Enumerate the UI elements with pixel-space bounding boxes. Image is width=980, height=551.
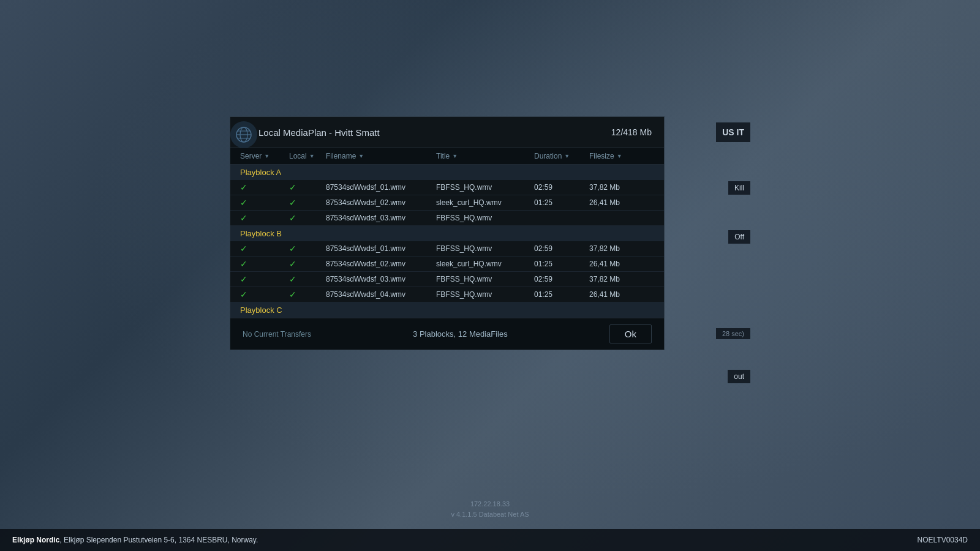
title-cell: FBFSS_HQ.wmv <box>436 214 534 222</box>
dialog-footer: No Current Transfers 3 Plablocks, 12 Med… <box>230 318 664 350</box>
duration-cell: 01:25 <box>534 290 589 299</box>
local-check: ✓ <box>289 274 326 284</box>
duration-cell: 02:59 <box>534 244 589 253</box>
col-filename[interactable]: Filename ▼ <box>326 152 436 160</box>
col-local[interactable]: Local ▼ <box>289 152 326 160</box>
filename-cell: 87534sdWwdsf_03.wmv <box>326 275 436 283</box>
local-check: ✓ <box>289 198 326 208</box>
col-server[interactable]: Server ▼ <box>240 152 289 160</box>
col-duration[interactable]: Duration ▼ <box>534 152 589 160</box>
col-filesize[interactable]: Filesize ▼ <box>589 152 650 160</box>
dialog-titlebar: ☰ Local MediaPlan - Hvitt Smatt 12/418 M… <box>230 117 664 148</box>
media-plan-dialog: ☰ Local MediaPlan - Hvitt Smatt 12/418 M… <box>230 116 665 350</box>
server-check: ✓ <box>240 198 289 208</box>
table-row[interactable]: ✓✓87534sdWwdsf_03.wmvFBFSS_HQ.wmv02:5937… <box>230 272 664 287</box>
table-row[interactable]: ✓✓87534sdWwdsf_02.wmvsleek_curl_HQ.wmv01… <box>230 257 664 272</box>
title-cell: FBFSS_HQ.wmv <box>436 275 534 283</box>
filesize-cell: 37,82 Mb <box>589 244 650 253</box>
table-row[interactable]: ✓✓87534sdWwdsf_03.wmvFBFSS_HQ.wmv <box>230 211 664 226</box>
local-check: ✓ <box>289 290 326 299</box>
duration-cell: 02:59 <box>534 183 589 192</box>
filename-cell: 87534sdWwdsf_01.wmv <box>326 183 436 192</box>
right-panel-label: US IT <box>716 122 750 142</box>
kill-button[interactable]: Kill <box>728 181 750 195</box>
server-check: ✓ <box>240 290 289 299</box>
dialog-title-left: ☰ Local MediaPlan - Hvitt Smatt <box>243 126 380 139</box>
col-title[interactable]: Title ▼ <box>436 152 534 160</box>
filename-cell: 87534sdWwdsf_02.wmv <box>326 260 436 268</box>
company-info: Elkjøp Nordic, Elkjøp Slependen Pustutve… <box>12 536 258 544</box>
node-id: NOELTV0034D <box>918 536 968 544</box>
server-check: ✓ <box>240 244 289 253</box>
server-check: ✓ <box>240 274 289 284</box>
duration-cell: 01:25 <box>534 260 589 268</box>
playblock-header-1: Playblock B <box>230 226 664 241</box>
title-cell: FBFSS_HQ.wmv <box>436 290 534 299</box>
no-transfers-label: No Current Transfers <box>243 330 311 339</box>
table-body: Playblock A✓✓87534sdWwdsf_01.wmvFBFSS_HQ… <box>230 165 664 318</box>
company-address: , Elkjøp Slependen Pustutveien 5-6, 1364… <box>59 536 258 544</box>
filename-cell: 87534sdWwdsf_03.wmv <box>326 214 436 222</box>
logout-label[interactable]: out <box>728 370 750 383</box>
center-info: 172.22.18.33 v 4.1.1.5 Databeat Net AS <box>451 499 529 520</box>
filesize-cell: 26,41 Mb <box>589 260 650 268</box>
title-cell: sleek_curl_HQ.wmv <box>436 260 534 268</box>
column-headers: Server ▼ Local ▼ Filename ▼ Title ▼ Dura… <box>230 148 664 165</box>
company-name: Elkjøp Nordic <box>12 536 59 544</box>
playblock-header-2: Playblock C <box>230 302 664 318</box>
duration-cell: 01:25 <box>534 198 589 207</box>
dialog-title: Local MediaPlan - Hvitt Smatt <box>258 127 380 138</box>
version-info: v 4.1.1.5 Databeat Net AS <box>451 509 529 520</box>
filename-cell: 87534sdWwdsf_04.wmv <box>326 290 436 299</box>
playblock-header-0: Playblock A <box>230 165 664 180</box>
server-check: ✓ <box>240 182 289 192</box>
sec-label: 28 sec) <box>716 328 750 339</box>
filesize-cell: 26,41 Mb <box>589 290 650 299</box>
off-button[interactable]: Off <box>728 230 750 244</box>
filename-cell: 87534sdWwdsf_01.wmv <box>326 244 436 253</box>
table-row[interactable]: ✓✓87534sdWwdsf_01.wmvFBFSS_HQ.wmv02:5937… <box>230 241 664 257</box>
duration-cell: 02:59 <box>534 275 589 283</box>
bottom-bar: Elkjøp Nordic, Elkjøp Slependen Pustutve… <box>0 529 980 551</box>
filename-cell: 87534sdWwdsf_02.wmv <box>326 198 436 207</box>
summary-label: 3 Plablocks, 12 MediaFiles <box>413 329 508 339</box>
table-row[interactable]: ✓✓87534sdWwdsf_04.wmvFBFSS_HQ.wmv01:2526… <box>230 287 664 302</box>
storage-label: 12/418 Mb <box>611 127 652 137</box>
filesize-cell: 37,82 Mb <box>589 183 650 192</box>
ip-address: 172.22.18.33 <box>451 499 529 510</box>
title-cell: sleek_curl_HQ.wmv <box>436 198 534 207</box>
server-check: ✓ <box>240 213 289 223</box>
app-logo <box>230 121 257 148</box>
title-cell: FBFSS_HQ.wmv <box>436 183 534 192</box>
server-check: ✓ <box>240 259 289 269</box>
table-row[interactable]: ✓✓87534sdWwdsf_02.wmvsleek_curl_HQ.wmv01… <box>230 195 664 211</box>
filesize-cell: 37,82 Mb <box>589 275 650 283</box>
local-check: ✓ <box>289 259 326 269</box>
ok-button[interactable]: Ok <box>609 324 652 343</box>
local-check: ✓ <box>289 213 326 223</box>
filesize-cell: 26,41 Mb <box>589 198 650 207</box>
table-row[interactable]: ✓✓87534sdWwdsf_01.wmvFBFSS_HQ.wmv02:5937… <box>230 180 664 195</box>
local-check: ✓ <box>289 244 326 253</box>
local-check: ✓ <box>289 182 326 192</box>
title-cell: FBFSS_HQ.wmv <box>436 244 534 253</box>
